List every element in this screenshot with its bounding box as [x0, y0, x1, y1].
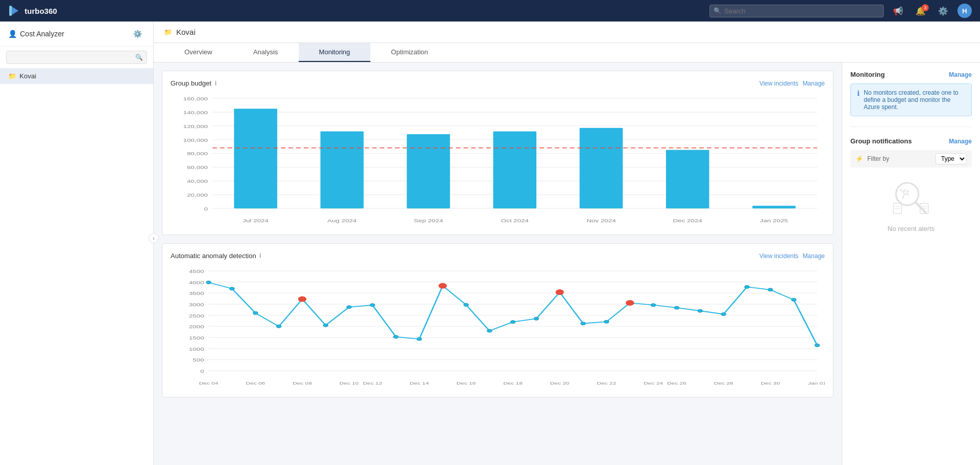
svg-point-58: [277, 325, 281, 328]
svg-rect-25: [666, 150, 709, 208]
right-panel: Monitoring Manage ℹ No monitors created,…: [842, 62, 980, 465]
monitoring-manage-link[interactable]: Manage: [949, 71, 972, 78]
group-budget-manage-link[interactable]: Manage: [803, 80, 825, 87]
svg-text:Dec 28: Dec 28: [714, 381, 734, 386]
svg-point-60: [323, 324, 328, 327]
svg-text:2000: 2000: [189, 324, 204, 329]
svg-point-59: [299, 297, 306, 302]
sidebar-item-kovai[interactable]: 📁 Kovai: [0, 68, 153, 84]
svg-point-81: [815, 344, 820, 347]
sidebar-settings-button[interactable]: ⚙️: [130, 28, 145, 40]
svg-text:60,000: 60,000: [187, 165, 208, 170]
search-input[interactable]: [710, 5, 884, 17]
svg-text:Sep 2024: Sep 2024: [414, 218, 443, 223]
app-container: 👤 Cost Analyzer ⚙️ 🔍 📁 Kovai ‹ 📁 Kovai O…: [0, 22, 980, 465]
tab-overview[interactable]: Overview: [164, 43, 233, 62]
svg-point-79: [768, 288, 773, 291]
svg-text:Dec 2024: Dec 2024: [673, 218, 702, 223]
svg-text:Nov 2024: Nov 2024: [587, 218, 616, 223]
announcements-button[interactable]: 📢: [890, 4, 906, 18]
sidebar-search-input[interactable]: [6, 51, 147, 64]
group-budget-info-icon[interactable]: ℹ: [215, 80, 217, 87]
anomaly-view-incidents-link[interactable]: View incidents: [759, 252, 799, 260]
svg-point-75: [675, 306, 679, 309]
svg-text:40,000: 40,000: [187, 179, 208, 183]
group-budget-actions: View incidents Manage: [759, 80, 825, 87]
anomaly-manage-link[interactable]: Manage: [803, 252, 825, 260]
sidebar-collapse-button[interactable]: ‹: [149, 233, 159, 243]
filter-bar: ⚡ Filter by Type: [850, 150, 972, 167]
right-panel-divider: [850, 126, 972, 127]
filter-icon: ⚡: [856, 155, 863, 162]
svg-text:Dec 12: Dec 12: [363, 381, 382, 386]
tab-monitoring[interactable]: Monitoring: [299, 43, 371, 62]
svg-text:Dec 20: Dec 20: [550, 381, 570, 386]
svg-rect-26: [753, 206, 796, 208]
anomaly-detection-chart: 050010001500200025003000350040004500 Dec…: [171, 266, 825, 389]
top-navigation: turbo360 🔍 📢 🔔 3 ⚙️ H: [0, 0, 980, 22]
svg-point-63: [393, 335, 398, 339]
monitoring-info-box: ℹ No monitors created, create one to def…: [850, 83, 972, 116]
logo-area: turbo360: [8, 5, 57, 17]
svg-point-73: [626, 300, 634, 305]
svg-text:500: 500: [193, 357, 204, 362]
svg-text:Dec 08: Dec 08: [293, 381, 312, 386]
group-budget-view-incidents-link[interactable]: View incidents: [759, 80, 799, 87]
user-avatar-button[interactable]: H: [957, 4, 972, 18]
no-alerts-icon: [891, 178, 932, 219]
svg-point-103: [907, 191, 909, 193]
type-dropdown[interactable]: Type: [935, 153, 967, 164]
svg-point-76: [698, 309, 702, 312]
svg-text:3000: 3000: [189, 302, 204, 307]
anomaly-detection-actions: View incidents Manage: [759, 252, 825, 260]
svg-text:80,000: 80,000: [187, 152, 208, 156]
svg-point-66: [464, 303, 468, 306]
no-alerts-text: No recent alerts: [888, 225, 935, 233]
folder-breadcrumb-icon: 📁: [164, 28, 172, 36]
svg-point-68: [511, 321, 515, 324]
svg-text:3500: 3500: [189, 291, 204, 295]
anomaly-info-icon[interactable]: ℹ: [259, 252, 261, 259]
svg-text:Jan 2025: Jan 2025: [760, 218, 788, 223]
svg-line-101: [900, 189, 902, 191]
svg-text:1000: 1000: [189, 347, 204, 351]
svg-text:Dec 26: Dec 26: [667, 381, 686, 386]
svg-text:4000: 4000: [189, 280, 204, 285]
svg-text:Jul 2024: Jul 2024: [243, 218, 268, 223]
cost-analyzer-icon: 👤: [8, 30, 17, 38]
svg-point-102: [903, 191, 905, 193]
svg-point-67: [487, 329, 492, 332]
svg-point-72: [604, 320, 609, 323]
tab-analysis[interactable]: Analysis: [233, 43, 298, 62]
tab-optimization[interactable]: Optimization: [370, 43, 448, 62]
svg-text:120,000: 120,000: [183, 124, 208, 129]
svg-point-74: [651, 304, 656, 307]
notifications-button[interactable]: 🔔 3: [912, 4, 929, 18]
svg-text:Dec 18: Dec 18: [503, 381, 523, 386]
content-area: Group budget ℹ View incidents Manage 020…: [154, 62, 980, 465]
svg-point-56: [230, 287, 234, 290]
group-notifications-manage-link[interactable]: Manage: [949, 138, 972, 145]
svg-point-65: [439, 283, 447, 288]
settings-button[interactable]: ⚙️: [935, 4, 951, 18]
svg-text:Dec 30: Dec 30: [761, 381, 780, 386]
group-budget-chart: 020,00040,00060,00080,000100,000120,0001…: [171, 93, 825, 226]
anomaly-detection-title: Automatic anomaly detection ℹ: [171, 252, 261, 260]
svg-text:Oct 2024: Oct 2024: [501, 218, 529, 223]
sidebar: 👤 Cost Analyzer ⚙️ 🔍 📁 Kovai ‹: [0, 22, 154, 465]
svg-text:Aug 2024: Aug 2024: [327, 218, 357, 223]
svg-point-62: [370, 304, 375, 307]
sidebar-title: 👤 Cost Analyzer: [8, 30, 64, 38]
svg-text:Dec 10: Dec 10: [340, 381, 359, 386]
app-name: turbo360: [25, 7, 57, 15]
no-alerts-area: No recent alerts: [850, 167, 972, 243]
svg-text:0: 0: [204, 206, 207, 211]
svg-point-70: [556, 290, 564, 295]
info-circle-icon: ℹ: [857, 89, 860, 97]
page-title: Kovai: [176, 28, 196, 36]
group-notifications-title: Group notifications Manage: [850, 137, 972, 145]
svg-point-80: [791, 298, 796, 301]
svg-point-69: [534, 317, 538, 320]
svg-text:Dec 06: Dec 06: [246, 381, 265, 386]
svg-text:1500: 1500: [189, 335, 204, 340]
